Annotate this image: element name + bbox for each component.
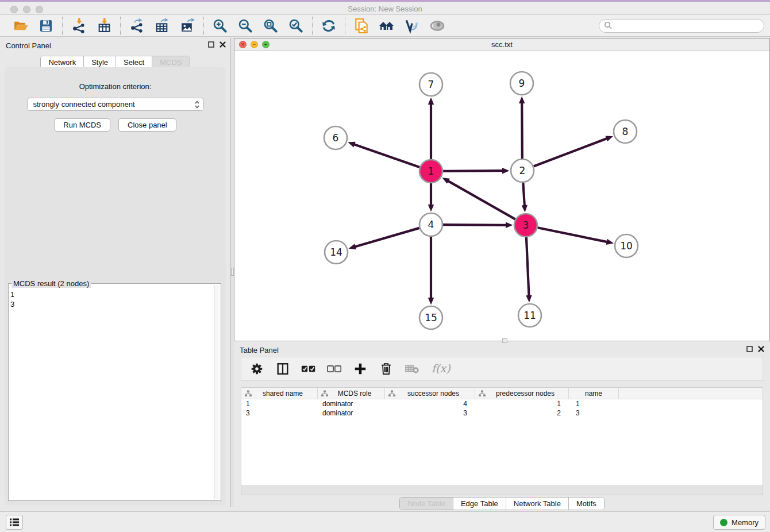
column-header-mcds-role[interactable]: MCDS role [318,388,385,399]
svg-text:3: 3 [523,219,529,231]
import-table-icon[interactable] [95,17,113,34]
search-input[interactable] [615,22,759,30]
window-title: Session: New Session [0,5,770,13]
graph-edge-2-8[interactable] [534,138,607,166]
optimization-criterion-select[interactable]: strongly connected component [27,98,204,111]
column-tree-icon [388,390,395,397]
table-row[interactable]: 1 dominator 4 1 1 [241,399,763,408]
graph-edge-2-9[interactable] [522,103,522,159]
tab-mcds[interactable]: MCDS [152,56,189,68]
function-builder-icon[interactable]: f(x) [429,360,455,377]
graph-node-11[interactable]: 11 [518,304,541,327]
hide-selected-icon[interactable] [429,17,446,34]
table-options-icon[interactable] [248,360,265,377]
save-session-icon[interactable] [37,17,55,34]
column-header-predecessor-nodes[interactable]: predecessor nodes [475,388,569,399]
task-history-button[interactable] [6,515,23,530]
mcds-result-text[interactable]: 1 3 [10,290,214,499]
zoom-selected-icon[interactable] [287,17,305,34]
graph-node-15[interactable]: 15 [419,306,442,329]
column-header-shared-name[interactable]: shared name [241,388,318,399]
import-network-icon[interactable] [70,17,87,34]
close-panel-button[interactable]: Close panel [118,118,176,132]
graph-node-3[interactable]: 3 [514,214,537,237]
vizmapper-icon[interactable] [403,17,421,34]
optimization-criterion-label: Optimization criterion: [5,82,226,91]
search-icon [604,21,613,30]
svg-text:4: 4 [428,219,434,230]
table-panel-title: Table Panel [240,346,279,354]
delete-table-icon[interactable] [403,360,421,377]
mcds-panel-body: Optimization criterion: strongly connect… [5,67,226,506]
tab-network[interactable]: Network [41,56,83,68]
svg-text:f(x): f(x) [432,362,451,375]
unselect-all-columns-icon[interactable] [326,360,343,377]
tab-select[interactable]: Select [116,56,152,68]
graph-node-10[interactable]: 10 [615,234,638,257]
tab-edge-table[interactable]: Edge Table [453,498,506,510]
column-tree-icon [245,390,252,397]
network-view-window: × − + scc.txt 7968124314101511 [234,38,770,341]
svg-text:2: 2 [519,165,526,176]
select-all-columns-icon[interactable] [300,360,317,377]
memory-label: Memory [732,518,759,527]
table-horizontal-scrollbar[interactable] [241,486,763,495]
column-header-successor-nodes[interactable]: successor nodes [385,388,475,399]
graph-edge-1-2[interactable] [443,171,503,171]
clone-network-icon[interactable] [353,17,370,34]
graph-node-9[interactable]: 9 [510,72,533,95]
tab-network-table[interactable]: Network Table [506,498,568,510]
svg-text:14: 14 [330,246,342,258]
graph-node-7[interactable]: 7 [419,73,442,96]
delete-columns-icon[interactable] [378,360,395,377]
graph-edge-3-1[interactable] [448,181,515,219]
graph-node-6[interactable]: 6 [324,126,347,149]
network-window-titlebar[interactable]: × − + scc.txt [234,38,769,51]
network-canvas[interactable]: 7968124314101511 [234,51,769,341]
close-panel-icon[interactable] [220,41,226,48]
tab-style[interactable]: Style [83,56,116,68]
graph-node-2[interactable]: 2 [511,159,534,182]
search-box[interactable] [599,19,764,33]
graph-node-8[interactable]: 8 [614,120,637,143]
table-row[interactable]: 3 dominator 3 2 3 [241,408,763,418]
graph-edge-4-14[interactable] [355,228,419,247]
export-image-icon[interactable] [179,17,196,34]
svg-text:10: 10 [620,240,633,252]
run-mcds-button[interactable]: Run MCDS [54,118,110,132]
graph-node-14[interactable]: 14 [325,241,348,264]
graph-edge-3-10[interactable] [538,228,607,242]
export-table-icon[interactable] [153,17,171,34]
graph-node-4[interactable]: 4 [419,213,442,236]
open-session-icon[interactable] [12,17,29,34]
graph-node-1[interactable]: 1 [419,160,442,183]
first-neighbors-icon[interactable] [378,17,395,34]
select-stepper-icon [194,100,200,109]
svg-text:9: 9 [519,78,525,89]
create-column-icon[interactable] [352,360,369,377]
result-scrollbar[interactable] [214,285,220,499]
float-table-panel-icon[interactable] [746,346,753,352]
zoom-out-icon[interactable] [237,17,254,34]
close-table-panel-icon[interactable] [758,346,764,352]
graph-edge-4-3[interactable] [443,225,506,225]
show-column-icon[interactable] [274,360,291,377]
graph-edge-1-6[interactable] [354,144,419,167]
node-table: shared name MCDS role successor nodes pr… [241,387,763,486]
tab-node-table[interactable]: Node Table [400,498,453,510]
zoom-fit-icon[interactable] [262,17,279,34]
svg-text:7: 7 [428,79,434,90]
float-panel-icon[interactable] [208,41,214,48]
list-icon [9,518,20,527]
svg-text:8: 8 [622,126,629,137]
svg-text:6: 6 [333,132,339,144]
apply-layout-icon[interactable] [320,17,337,34]
zoom-in-icon[interactable] [211,17,229,34]
graph-edge-2-3[interactable] [523,183,525,206]
memory-button[interactable]: Memory [713,515,765,530]
control-panel: Control Panel Network Style Select MCDS … [0,38,230,507]
graph-edge-3-11[interactable] [526,237,529,296]
tab-motifs[interactable]: Motifs [568,498,604,510]
column-header-name[interactable]: name [569,388,619,399]
export-network-icon[interactable] [128,17,145,34]
